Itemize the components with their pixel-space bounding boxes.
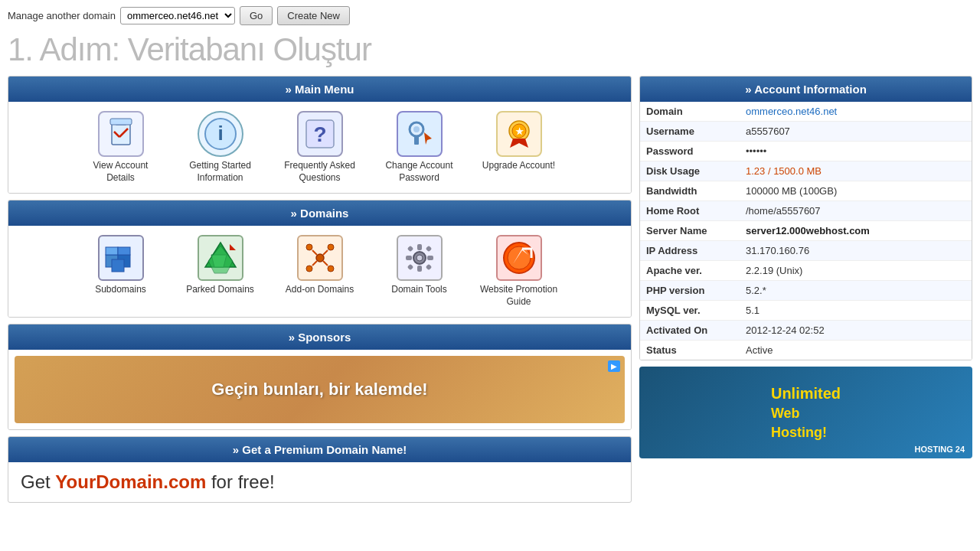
faq-icon: ?: [297, 111, 343, 157]
manage-domain-label: Manage another domain: [8, 10, 116, 21]
account-row: Server Nameserver12.000webhost.com: [640, 221, 972, 241]
view-account-label: View AccountDetails: [93, 160, 149, 184]
subdomains-icon: [98, 235, 144, 281]
svg-point-28: [328, 266, 334, 272]
menu-item-getting-started[interactable]: i Getting StartedInformation: [175, 111, 266, 184]
sponsors-banner[interactable]: ▶ Geçin bunları, bir kalemde!: [15, 356, 625, 423]
go-button[interactable]: Go: [240, 6, 273, 25]
sponsors-panel: » Sponsors ▶ Geçin bunları, bir kalemde!: [8, 324, 632, 430]
sponsors-text: Geçin bunları, bir kalemde!: [211, 380, 427, 399]
account-info-body: Domainommerceo.net46.netUsernamea5557607…: [640, 102, 972, 360]
svg-text:★: ★: [514, 126, 523, 137]
hosting-ad-text: Unlimited Web Hosting!: [771, 383, 841, 442]
svg-rect-19: [112, 259, 124, 272]
svg-rect-39: [407, 246, 413, 252]
menu-item-change-password[interactable]: Change AccountPassword: [374, 111, 466, 184]
hosting-hosting: Hosting!: [771, 423, 841, 442]
domains-item-promo[interactable]: Website PromotionGuide: [473, 235, 565, 308]
account-row-label: Activated On: [640, 321, 740, 341]
hosting-unlimited: Unlimited: [771, 383, 841, 404]
domains-icon-grid: Subdomains: [16, 235, 623, 308]
domains-body: Subdomains: [8, 226, 631, 317]
account-row-label: MySQL ver.: [640, 301, 740, 321]
account-row-label: Server Name: [640, 221, 740, 241]
svg-line-29: [312, 250, 317, 255]
tools-icon: [397, 235, 443, 281]
account-row-value: 2.2.19 (Unix): [740, 261, 972, 281]
addon-label: Add-on Domains: [286, 284, 354, 296]
tools-label: Domain Tools: [391, 284, 446, 296]
account-row-label: Home Root: [640, 201, 740, 221]
change-password-label: Change AccountPassword: [385, 160, 452, 184]
main-menu-body: View AccountDetails i Getting StartedInf…: [8, 102, 631, 193]
parked-label: Parked Domains: [186, 284, 254, 296]
domain-select[interactable]: ommerceo.net46.net: [120, 7, 235, 24]
account-row-value: 100000 MB (100GB): [740, 181, 972, 201]
svg-line-32: [323, 261, 328, 266]
premium-domain: YourDomain.com: [55, 471, 206, 492]
domains-header: » Domains: [8, 201, 631, 226]
account-row-value: 5.1: [740, 301, 972, 321]
account-row: Disk Usage1.23 / 1500.0 MB: [640, 161, 972, 181]
hosting-ad-banner[interactable]: Unlimited Web Hosting! HOSTING 24: [639, 367, 972, 458]
account-row: Home Root/home/a5557607: [640, 201, 972, 221]
svg-rect-42: [425, 264, 431, 270]
account-row-value: 31.170.160.76: [740, 241, 972, 261]
account-row-value: ••••••: [740, 142, 972, 161]
account-row-label: Bandwidth: [640, 181, 740, 201]
svg-line-31: [312, 261, 317, 266]
account-row-value: 1.23 / 1500.0 MB: [740, 161, 972, 181]
premium-panel: » Get a Premium Domain Name! Get YourDom…: [8, 436, 632, 503]
menu-item-upgrade[interactable]: ★ Upgrade Account!: [473, 111, 565, 172]
svg-rect-18: [118, 247, 130, 255]
top-bar: Manage another domain ommerceo.net46.net…: [0, 0, 980, 31]
account-info-panel: » Account Information Domainommerceo.net…: [639, 76, 972, 360]
account-row: Usernamea5557607: [640, 122, 972, 142]
domains-item-parked[interactable]: Parked Domains: [175, 235, 266, 296]
account-info-header: » Account Information: [640, 77, 972, 102]
account-row-label: Password: [640, 142, 740, 161]
svg-rect-10: [414, 135, 419, 145]
sponsors-body: ▶ Geçin bunları, bir kalemde!: [8, 350, 631, 429]
domains-item-addon[interactable]: Add-on Domains: [274, 235, 366, 296]
account-row-label: IP Address: [640, 241, 740, 261]
change-password-icon: [397, 111, 443, 157]
svg-marker-22: [208, 246, 233, 273]
premium-header: » Get a Premium Domain Name!: [8, 437, 631, 462]
account-row: StatusActive: [640, 341, 972, 360]
premium-body: Get YourDomain.com for free!: [8, 462, 631, 502]
svg-rect-2: [110, 119, 132, 125]
svg-point-24: [316, 254, 324, 262]
svg-rect-37: [406, 256, 412, 260]
menu-item-faq[interactable]: ? Frequently AskedQuestions: [274, 111, 366, 184]
svg-rect-41: [407, 264, 413, 270]
account-row: MySQL ver.5.1: [640, 301, 972, 321]
menu-item-view-account[interactable]: View AccountDetails: [75, 111, 167, 184]
svg-text:?: ?: [313, 122, 326, 146]
account-row: Bandwidth100000 MB (100GB): [640, 181, 972, 201]
account-row-label: Disk Usage: [640, 161, 740, 181]
domains-item-subdomains[interactable]: Subdomains: [75, 235, 167, 296]
view-account-icon: [98, 111, 144, 157]
promo-label: Website PromotionGuide: [480, 284, 557, 308]
svg-rect-36: [417, 266, 422, 272]
parked-icon: [198, 235, 243, 281]
account-row-label: Apache ver.: [640, 261, 740, 281]
create-new-button[interactable]: Create New: [277, 6, 350, 25]
account-row-value[interactable]: ommerceo.net46.net: [740, 102, 972, 122]
upgrade-label: Upgrade Account!: [482, 160, 555, 172]
account-row-value: a5557607: [740, 122, 972, 142]
svg-line-30: [323, 250, 328, 255]
sponsors-header: » Sponsors: [8, 324, 631, 350]
page-title: 1. Adım: Veritabanı Oluştur: [8, 31, 972, 68]
addon-icon: [297, 235, 343, 281]
main-menu-icon-grid: View AccountDetails i Getting StartedInf…: [16, 111, 623, 184]
domains-item-tools[interactable]: Domain Tools: [374, 235, 466, 296]
account-row-label: Status: [640, 341, 740, 360]
main-layout: » Main Menu: [0, 76, 980, 503]
page-title-area: 1. Adım: Veritabanı Oluştur: [0, 31, 980, 76]
svg-rect-38: [427, 256, 433, 260]
subdomains-label: Subdomains: [95, 284, 146, 296]
upgrade-icon: ★: [496, 111, 542, 157]
account-row: Apache ver.2.2.19 (Unix): [640, 261, 972, 281]
